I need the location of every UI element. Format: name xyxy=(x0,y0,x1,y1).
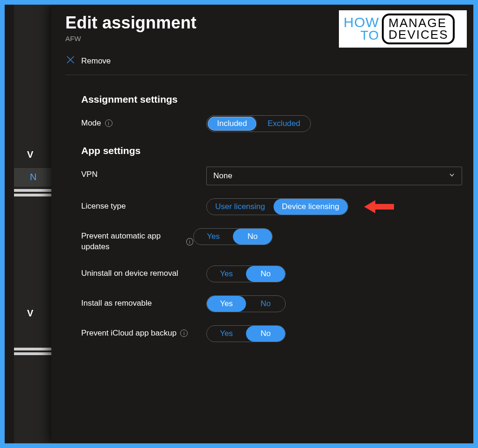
info-icon[interactable]: i xyxy=(186,238,193,245)
svg-marker-2 xyxy=(364,200,394,213)
mode-label: Mode xyxy=(81,118,101,129)
edit-assignment-panel: HOW TO MANAGE DEVICES Edit assignment AF… xyxy=(51,5,473,443)
prevent-icloud-toggle: Yes No xyxy=(206,325,286,342)
logo-watermark: HOW TO MANAGE DEVICES xyxy=(339,10,467,48)
info-icon[interactable]: i xyxy=(105,119,112,127)
remove-button[interactable]: Remove xyxy=(65,55,111,67)
background-column: V N V xyxy=(14,5,51,443)
bg-scrollbar xyxy=(14,348,51,350)
chevron-down-icon xyxy=(449,171,455,181)
row-install-removable: Install as removable Yes No xyxy=(81,295,466,312)
mode-toggle: Included Excluded xyxy=(206,115,311,132)
install-removable-label: Install as removable xyxy=(81,298,152,309)
prevent-icloud-no[interactable]: No xyxy=(246,326,285,342)
row-license-type: License type User licensing Device licen… xyxy=(81,198,466,215)
install-removable-no[interactable]: No xyxy=(246,296,285,312)
toolbar: Remove xyxy=(65,55,468,75)
mode-included-option[interactable]: Included xyxy=(207,116,257,132)
license-user-option[interactable]: User licensing xyxy=(207,199,274,215)
vpn-value: None xyxy=(213,171,232,181)
bg-letter[interactable]: N xyxy=(30,172,36,182)
logo-to: TO xyxy=(360,29,379,42)
row-vpn: VPN None xyxy=(81,167,466,185)
uninstall-removal-label: Uninstall on device removal xyxy=(81,268,178,279)
prevent-updates-label: Prevent automatic app updates xyxy=(81,231,183,252)
remove-label: Remove xyxy=(81,56,111,66)
uninstall-removal-toggle: Yes No xyxy=(206,266,286,282)
prevent-updates-toggle: Yes No xyxy=(193,228,273,245)
mode-excluded-option[interactable]: Excluded xyxy=(257,116,310,132)
bg-letter: V xyxy=(27,308,33,319)
prevent-updates-no[interactable]: No xyxy=(233,229,272,245)
content: Assignment settings Mode i Included Excl… xyxy=(65,75,468,342)
bg-letter: V xyxy=(27,149,33,160)
prevent-icloud-label: Prevent iCloud app backup xyxy=(81,328,176,339)
prevent-icloud-yes[interactable]: Yes xyxy=(207,326,246,342)
annotation-arrow-icon xyxy=(364,198,394,217)
license-toggle: User licensing Device licensing xyxy=(206,198,348,215)
bg-scrollbar xyxy=(14,194,51,196)
install-removable-toggle: Yes No xyxy=(206,295,286,312)
row-prevent-icloud: Prevent iCloud app backup i Yes No xyxy=(81,325,466,342)
row-mode: Mode i Included Excluded xyxy=(81,115,466,132)
bg-scrollbar xyxy=(14,352,51,355)
section-assignment-settings: Assignment settings xyxy=(81,94,466,105)
section-app-settings: App settings xyxy=(81,145,466,156)
vpn-dropdown[interactable]: None xyxy=(206,167,462,185)
logo-how: HOW xyxy=(344,16,379,29)
prevent-updates-yes[interactable]: Yes xyxy=(194,229,233,245)
license-device-option[interactable]: Device licensing xyxy=(274,199,348,215)
bg-scrollbar xyxy=(14,189,51,192)
uninstall-removal-yes[interactable]: Yes xyxy=(207,266,246,282)
close-icon xyxy=(65,55,76,67)
app-frame: V N V HOW TO MANAGE DEVICES Edit assignm… xyxy=(0,0,478,448)
license-label: License type xyxy=(81,201,126,212)
uninstall-removal-no[interactable]: No xyxy=(246,266,285,282)
install-removable-yes[interactable]: Yes xyxy=(207,296,246,312)
vpn-label: VPN xyxy=(81,169,98,180)
row-uninstall-removal: Uninstall on device removal Yes No xyxy=(81,266,466,282)
logo-devices: DEVICES xyxy=(388,29,448,41)
row-prevent-updates: Prevent automatic app updates i Yes No xyxy=(81,228,466,252)
info-icon[interactable]: i xyxy=(180,329,188,337)
